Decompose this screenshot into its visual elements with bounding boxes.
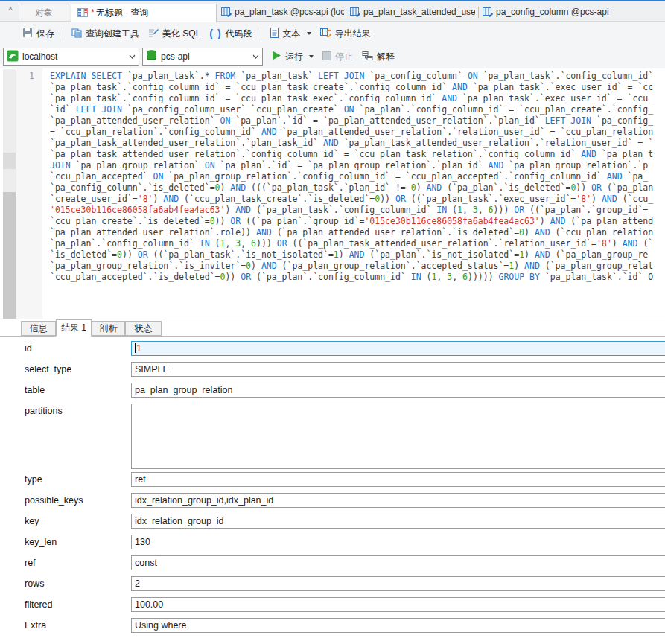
tab-info[interactable]: 信息 bbox=[21, 321, 56, 336]
sql-code-line: `pa_config_column`.`is_deleted`=0) AND (… bbox=[50, 182, 665, 194]
table-edit-icon bbox=[350, 6, 360, 22]
chevron-down-icon bbox=[129, 54, 136, 59]
modified-marker: * bbox=[91, 7, 95, 18]
collapse-pane-icon[interactable]: ^ bbox=[4, 4, 16, 16]
result-field-value-table[interactable]: pa_plan_group_relation bbox=[131, 383, 665, 398]
stop-label: 停止 bbox=[335, 51, 353, 63]
result-row-select_type: select_typeSIMPLE bbox=[0, 362, 665, 383]
result-row-Extra: ExtraUsing where bbox=[0, 618, 665, 639]
tab-label: pa_plan_task_attended_user... bbox=[363, 7, 475, 17]
sql-code-line: `pa_plan_group_relation`.`is_inviter`=0)… bbox=[50, 261, 665, 272]
sql-editor[interactable]: 1 EXPLAIN SELECT `pa_plan_task`.* FROM `… bbox=[0, 68, 665, 319]
save-label: 保存 bbox=[36, 28, 54, 40]
query-toolbar: 保存 查询创建工具 美化 SQL ( ) 代码段 文本 bbox=[0, 22, 665, 45]
sql-code-line: = `ccu_plan_relation`.`config_column_id`… bbox=[50, 127, 665, 138]
sql-code-line: `pa_plan_attended_user_relation` ON `pa_… bbox=[50, 115, 665, 127]
tab-pa-plan-task-attended-user[interactable]: pa_plan_task_attended_user... bbox=[350, 4, 475, 22]
result-field-label: select_type bbox=[25, 362, 125, 377]
query-grid-icon bbox=[77, 7, 88, 23]
export-result-label: 导出结果 bbox=[335, 28, 371, 40]
sql-code-line: JOIN `pa_plan_group_relation` ON `pa_pla… bbox=[50, 160, 665, 171]
parentheses-icon: ( ) bbox=[209, 28, 221, 39]
tab-separator bbox=[478, 7, 479, 18]
tab-profile[interactable]: 剖析 bbox=[92, 321, 125, 336]
tab-untitled-query[interactable]: *无标题 - 查询 bbox=[71, 4, 217, 22]
play-icon bbox=[272, 51, 281, 63]
scrollbar-notch bbox=[3, 153, 16, 169]
sql-code-line: `pa_plan_task`.`config_column_id` = `ccu… bbox=[50, 93, 665, 104]
tab-pa-plan-task[interactable]: pa_plan_task @pcs-api (loc... bbox=[221, 4, 344, 22]
result-field-value-id[interactable]: 1 bbox=[131, 341, 665, 356]
query-builder-label: 查询创建工具 bbox=[86, 28, 139, 40]
sql-code-line: EXPLAIN SELECT `pa_plan_task`.* FROM `pa… bbox=[50, 71, 665, 82]
result-field-value-key_len[interactable]: 130 bbox=[131, 535, 665, 549]
export-result-button[interactable]: 导出结果 bbox=[316, 25, 375, 42]
result-field-value-ref[interactable]: const bbox=[131, 555, 665, 570]
sql-code-line: `pa_plan_attended_user_relation`.role)) … bbox=[50, 227, 665, 238]
database-cylinder-icon bbox=[146, 50, 157, 64]
database-name: pcs-api bbox=[161, 51, 249, 62]
result-field-label: key_len bbox=[25, 535, 125, 549]
result-row-possible_keys: possible_keysidx_relation_group_id,idx_p… bbox=[0, 493, 665, 514]
result-row-filtered: filtered100.00 bbox=[0, 597, 665, 618]
result-field-value-key[interactable]: idx_relation_group_id bbox=[131, 514, 665, 529]
beautify-sql-button[interactable]: 美化 SQL bbox=[144, 25, 205, 42]
navicat-query-window: ^ 对象 *无标题 - 查询 pa_plan_task @pcs-api (lo… bbox=[0, 0, 665, 644]
save-button[interactable]: 保存 bbox=[18, 25, 59, 42]
tab-objects[interactable]: 对象 bbox=[19, 4, 69, 22]
database-select[interactable]: pcs-api bbox=[142, 48, 263, 66]
connection-select[interactable]: localhost bbox=[3, 48, 139, 66]
explain-result-form: id1select_typeSIMPLEtablepa_plan_group_r… bbox=[0, 337, 665, 644]
explain-button[interactable]: 解释 bbox=[362, 51, 395, 63]
result-field-value-select_type[interactable]: SIMPLE bbox=[131, 362, 665, 377]
result-field-label: rows bbox=[25, 576, 125, 591]
text-file-icon bbox=[270, 28, 279, 40]
code-snippet-button[interactable]: ( ) 代码段 bbox=[205, 25, 256, 42]
chevron-down-icon bbox=[307, 32, 311, 35]
editor-gutter: 1 bbox=[16, 68, 42, 319]
result-row-id: id1 bbox=[0, 341, 665, 362]
explain-label: 解释 bbox=[377, 51, 395, 63]
chevron-down-icon bbox=[252, 54, 259, 59]
explain-boxes-icon bbox=[362, 51, 373, 63]
result-row-table: tablepa_plan_group_relation bbox=[0, 383, 665, 404]
result-field-label: possible_keys bbox=[25, 493, 125, 508]
text-caret bbox=[135, 343, 136, 353]
sql-code-line: `pa_plan_task_attended_user_relation`.`c… bbox=[50, 149, 665, 160]
floppy-icon bbox=[22, 28, 33, 40]
result-tabbar: 信息 结果 1 剖析 状态 bbox=[0, 319, 665, 337]
sql-code-line: `is_deleted`=0)) OR ((`pa_plan_task`.`is… bbox=[50, 249, 665, 261]
mysql-icon bbox=[7, 50, 19, 64]
result-field-value-possible_keys[interactable]: idx_relation_group_id,idx_plan_id bbox=[131, 493, 665, 508]
pencil-document-icon bbox=[148, 28, 159, 40]
toolbar-separator bbox=[261, 27, 261, 40]
table-edit-icon bbox=[483, 6, 493, 22]
tab-status[interactable]: 状态 bbox=[125, 321, 162, 336]
tab-label: pa_plan_task @pcs-api (loc... bbox=[235, 7, 344, 17]
result-field-value-type[interactable]: ref bbox=[131, 472, 665, 487]
text-view-button[interactable]: 文本 bbox=[265, 25, 316, 42]
result-field-label: table bbox=[25, 383, 125, 398]
result-field-label: key bbox=[25, 514, 125, 529]
query-builder-button[interactable]: 查询创建工具 bbox=[67, 25, 144, 42]
line-number: 1 bbox=[29, 71, 34, 82]
result-field-label: Extra bbox=[25, 618, 125, 633]
tab-result-1[interactable]: 结果 1 bbox=[56, 319, 92, 337]
tab-label: pa_config_column @pcs-api... bbox=[496, 7, 609, 17]
result-field-value-Extra[interactable]: Using where bbox=[131, 618, 665, 633]
result-field-value-partitions[interactable] bbox=[131, 404, 665, 469]
run-button[interactable]: 运行 bbox=[272, 51, 314, 63]
result-row-partitions: partitions bbox=[0, 404, 665, 472]
result-row-ref: refconst bbox=[0, 555, 665, 576]
toolbar-separator bbox=[63, 27, 63, 40]
sql-code-line: `pa_plan_task_attended_user_relation`.`p… bbox=[50, 138, 665, 149]
tab-pa-config-column[interactable]: pa_config_column @pcs-api... bbox=[483, 4, 609, 22]
sql-text-area[interactable]: EXPLAIN SELECT `pa_plan_task`.* FROM `pa… bbox=[50, 71, 665, 316]
run-label: 运行 bbox=[285, 51, 303, 63]
stop-button: 停止 bbox=[322, 51, 353, 63]
connection-name: localhost bbox=[22, 51, 126, 62]
sql-code-line: `id` LEFT JOIN `pa_config_column_user` `… bbox=[50, 104, 665, 115]
result-field-value-rows[interactable]: 2 bbox=[131, 576, 665, 591]
result-field-value-filtered[interactable]: 100.00 bbox=[131, 597, 665, 612]
tab-separator bbox=[346, 7, 346, 18]
